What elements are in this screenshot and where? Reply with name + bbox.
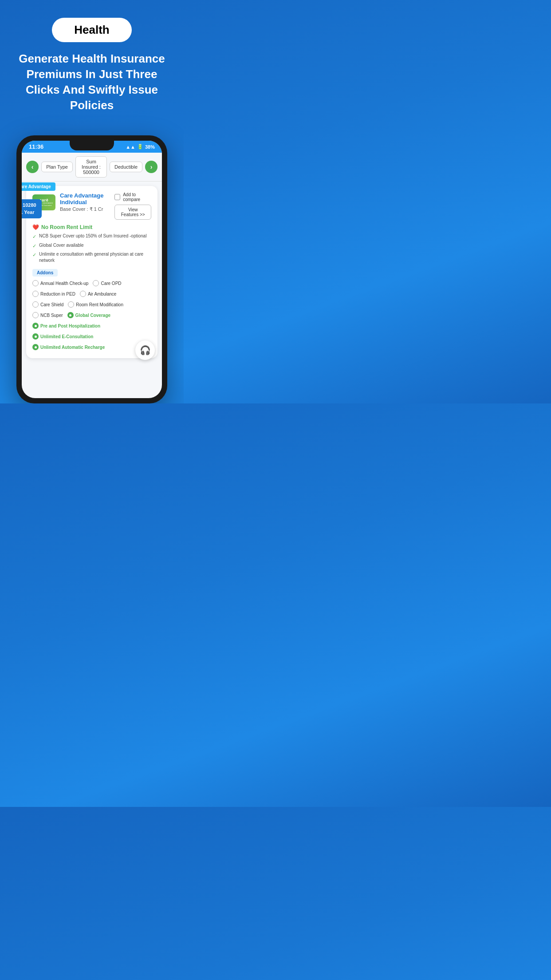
plan-type-pill[interactable]: Plan Type <box>41 162 73 172</box>
addons-section: Addons Annual Health Check-up <box>32 268 151 352</box>
deductible-label: Deductible <box>114 164 138 170</box>
addon-shield[interactable]: Care Shield <box>32 301 63 308</box>
addon-text-annual: Annual Health Check-up <box>40 281 88 286</box>
check-icon-3: ✓ <box>32 252 36 258</box>
phone-notch <box>70 141 114 150</box>
battery-icon: 🔋 <box>137 144 143 150</box>
card-title-area: Care Advantage Individual Base Cover : ₹… <box>60 192 114 212</box>
addon-row-2: Reduction in PED Air Ambulance <box>32 291 151 297</box>
status-icons: ▲▲ 🔋 38% <box>126 144 155 150</box>
addon-radio-room[interactable] <box>68 301 74 308</box>
filter-left-btn[interactable]: ‹ <box>26 161 39 173</box>
addon-radio-annual[interactable] <box>32 280 39 286</box>
addon-annual-check[interactable]: Annual Health Check-up <box>32 280 88 286</box>
chevron-left-icon: ‹ <box>31 163 34 170</box>
addon-radio-recharge-active[interactable] <box>32 344 39 350</box>
addon-text-shield: Care Shield <box>40 302 63 307</box>
phone-container: 11:36 ▲▲ 🔋 38% ‹ Plan Type Sum Insured :… <box>0 135 184 403</box>
feature-text-1: NCB Super Cover upto 150% of Sum Insured… <box>39 233 146 239</box>
filter-right-btn[interactable]: › <box>145 161 157 173</box>
addon-room-rent[interactable]: Room Rent Modification <box>68 301 123 308</box>
support-button[interactable]: 🎧 <box>135 340 155 360</box>
addons-label: Addons <box>32 269 58 277</box>
card-logo-area: carē HEALTH INSURANCEHealth & Guarantee … <box>32 192 114 212</box>
card-header: carē HEALTH INSURANCEHealth & Guarantee … <box>32 192 151 220</box>
chevron-right-icon: › <box>150 163 153 170</box>
addon-text-pre-post: Pre and Post Hospitalization <box>40 324 100 328</box>
signal-icon: ▲▲ <box>126 144 135 150</box>
addon-row-1: Annual Health Check-up Care OPD <box>32 280 151 286</box>
view-features-btn[interactable]: View Features >> <box>114 205 151 220</box>
addon-text-econsult: Unlimited E-Consultation <box>40 334 93 339</box>
heart-icon: ❤️ <box>32 224 39 230</box>
addon-recharge[interactable]: Unlimited Automatic Recharge <box>32 344 105 350</box>
sum-insured-pill[interactable]: Sum Insured : 500000 <box>75 156 107 178</box>
addon-radio-global-active[interactable] <box>67 312 74 318</box>
addon-text-global: Global Coverage <box>75 313 110 318</box>
addon-radio-ambulance[interactable] <box>80 291 86 297</box>
addon-radio-shield[interactable] <box>32 301 39 308</box>
addon-ncb[interactable]: NCB Super <box>32 312 63 318</box>
addon-text-recharge: Unlimited Automatic Recharge <box>40 345 105 350</box>
addon-text-room: Room Rent Modification <box>76 302 123 307</box>
card-plan-name: Care Advantage Individual <box>60 192 114 205</box>
card-actions: Add to compare View Features >> <box>114 192 151 220</box>
header-section: Health Generate Health Insurance Premium… <box>0 0 184 135</box>
feature-title: No Room Rent Limit <box>41 224 92 230</box>
price-badge: ₹ 10280 1 Year <box>22 199 42 218</box>
battery-percent: 38% <box>145 144 155 150</box>
addon-row-4: NCB Super Global Coverage <box>32 312 151 318</box>
feature-text-2: Global Cover available <box>39 242 84 249</box>
deductible-pill[interactable]: Deductible <box>110 162 142 172</box>
addon-text-ped: Reduction in PED <box>40 292 75 296</box>
compare-checkbox[interactable] <box>114 194 120 200</box>
compare-text: Add to compare <box>123 192 151 202</box>
health-badge: Health <box>52 18 131 42</box>
plan-type-label: Plan Type <box>46 164 68 170</box>
addon-row-7: Unlimited Automatic Recharge <box>32 344 151 350</box>
check-icon-1: ✓ <box>32 233 36 240</box>
addon-global[interactable]: Global Coverage <box>67 312 110 318</box>
check-icon-2: ✓ <box>32 243 36 249</box>
status-time: 11:36 <box>29 143 43 150</box>
addons-grid: Annual Health Check-up Care OPD <box>32 280 151 352</box>
addon-radio-opd[interactable] <box>93 280 99 286</box>
addon-econsult[interactable]: Unlimited E-Consultation <box>32 333 93 340</box>
compare-row: Add to compare <box>114 192 151 202</box>
feature-item-2: ✓ Global Cover available <box>32 242 151 249</box>
addon-ped[interactable]: Reduction in PED <box>32 291 75 297</box>
card-base-cover: Base Cover : ₹ 1 Cr <box>60 206 114 212</box>
addon-row-6: Unlimited E-Consultation <box>32 333 151 340</box>
price-duration: 1 Year <box>22 209 36 216</box>
filter-bar: ‹ Plan Type Sum Insured : 500000 Deducti… <box>22 153 162 182</box>
addon-radio-econsult-active[interactable] <box>32 333 39 340</box>
addon-ambulance[interactable]: Air Ambulance <box>80 291 116 297</box>
addon-text-opd: Care OPD <box>101 281 121 286</box>
addon-pre-post[interactable]: Pre and Post Hospitalization <box>32 323 100 329</box>
addon-radio-ncb[interactable] <box>32 312 39 318</box>
addon-radio-recharge-inner <box>35 346 37 348</box>
addon-radio-econsult-inner <box>35 336 37 338</box>
sum-insured-label: Sum Insured : 500000 <box>82 159 101 175</box>
headset-icon: 🎧 <box>140 345 151 356</box>
feature-text-3: Unlimite e consultation with general phy… <box>39 251 151 264</box>
care-tooltip: Care Advantage <box>22 182 55 191</box>
addon-radio-pre-post-inner <box>35 325 37 327</box>
price-amount: ₹ 10280 <box>22 202 36 209</box>
feature-heart-row: ❤️ No Room Rent Limit <box>32 224 151 230</box>
addon-radio-global-inner <box>69 314 71 316</box>
insurance-card: carē HEALTH INSURANCEHealth & Guarantee … <box>26 186 157 358</box>
health-badge-text: Health <box>74 23 109 36</box>
addon-radio-pre-post-active[interactable] <box>32 323 39 329</box>
feature-item-1: ✓ NCB Super Cover upto 150% of Sum Insur… <box>32 233 151 240</box>
feature-item-3: ✓ Unlimite e consultation with general p… <box>32 251 151 264</box>
addon-text-ncb: NCB Super <box>40 313 63 318</box>
addon-row-3: Care Shield Room Rent Modification <box>32 301 151 308</box>
cards-area: Care Advantage ₹ 10280 1 Year carē HEALT… <box>22 186 162 367</box>
addon-care-opd[interactable]: Care OPD <box>93 280 121 286</box>
addon-row-5: Pre and Post Hospitalization <box>32 323 151 329</box>
phone-screen: 11:36 ▲▲ 🔋 38% ‹ Plan Type Sum Insured :… <box>22 141 162 398</box>
addon-radio-ped[interactable] <box>32 291 39 297</box>
addon-text-ambulance: Air Ambulance <box>88 292 116 296</box>
phone-mockup: 11:36 ▲▲ 🔋 38% ‹ Plan Type Sum Insured :… <box>16 135 167 403</box>
